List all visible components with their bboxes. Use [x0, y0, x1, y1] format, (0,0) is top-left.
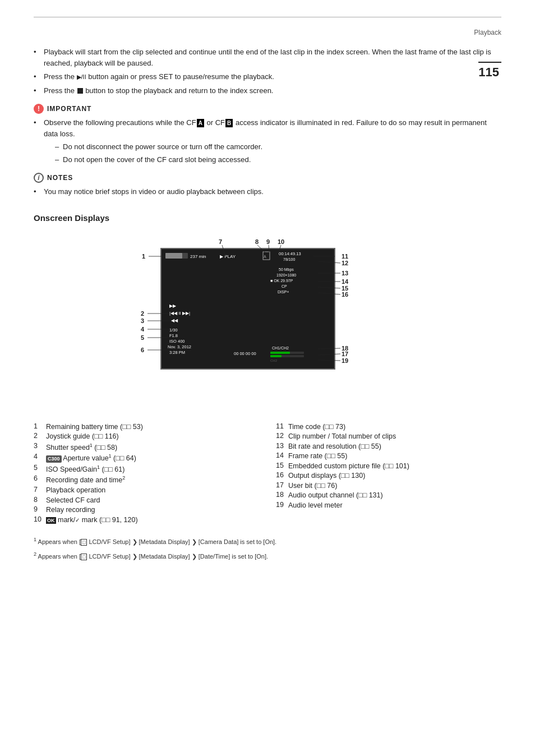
item-12: 12 Clip number / Total number of clips: [276, 432, 501, 442]
notes-box: i NOTES You may notice brief stops in vi…: [34, 173, 501, 197]
important-sub-bullets: Do not disconnect the power source or tu…: [44, 141, 501, 165]
important-bullets: Observe the following precautions while …: [34, 117, 501, 165]
footnote-1: 1 Appears when [□ LCD/VF Setup] ❯ [Metad…: [34, 536, 501, 546]
c300-badge: C300: [46, 455, 62, 463]
items-col-right: 11 Time code (□□ 73) 12 Clip number / To…: [276, 422, 501, 525]
svg-text:10: 10: [278, 238, 284, 245]
important-title: IMPORTANT: [47, 105, 91, 113]
svg-text:1920×1080: 1920×1080: [276, 273, 296, 277]
notes-header: i NOTES: [34, 173, 501, 183]
svg-text:00 00 00 00: 00 00 00 00: [234, 351, 256, 356]
item-1: 1 Remaining battery time (□□ 53): [34, 422, 259, 432]
svg-text:ISO 400: ISO 400: [169, 339, 185, 344]
svg-text:▶▶: ▶▶: [169, 303, 177, 308]
svg-text:1/30: 1/30: [169, 328, 178, 333]
top-rule: [34, 17, 501, 17]
svg-text:CH1/CH2: CH1/CH2: [272, 346, 289, 350]
svg-text:4: 4: [141, 326, 145, 333]
section-text: Playback: [474, 29, 501, 36]
svg-text:9: 9: [266, 238, 270, 245]
svg-text:▶ PLAY: ▶ PLAY: [220, 254, 236, 259]
svg-text:6: 6: [141, 347, 144, 353]
items-grid: 1 Remaining battery time (□□ 53) 2 Joyst…: [34, 422, 501, 525]
svg-rect-25: [270, 352, 290, 354]
item-14: 14 Frame rate (□□ 55): [276, 451, 501, 462]
page: Playback 115 Playback will start from th…: [0, 0, 535, 756]
svg-text:7: 7: [219, 238, 222, 245]
notes-icon: i: [34, 173, 44, 183]
item-15: 15 Embedded custom picture file (□□ 101): [276, 462, 501, 472]
svg-rect-2: [165, 253, 182, 259]
item-4: 4 C300 Aperture value1 (□□ 64): [34, 453, 259, 464]
svg-text:237 min: 237 min: [190, 254, 206, 259]
item-9: 9 Relay recording: [34, 505, 259, 515]
svg-text:14: 14: [342, 278, 349, 285]
section-label: Playback: [34, 29, 501, 36]
notes-item-1: You may notice brief stops in video or a…: [34, 186, 501, 197]
svg-text:1: 1: [142, 253, 145, 260]
svg-text:19: 19: [342, 357, 348, 364]
important-item-1: Observe the following precautions while …: [34, 117, 501, 165]
cf-b-box: B: [225, 119, 233, 127]
svg-text:16: 16: [342, 291, 348, 298]
item-18: 18 Audio output channel (□□ 131): [276, 491, 501, 501]
notes-title: NOTES: [47, 174, 73, 182]
svg-text:■ OK  29.97P: ■ OK 29.97P: [270, 279, 293, 283]
item-3: 3 Shutter speed1 (□□ 58): [34, 442, 259, 453]
item-8: 8 Selected CF card: [34, 496, 259, 506]
svg-text:3:28 PM: 3:28 PM: [169, 350, 185, 355]
svg-text:CH2: CH2: [270, 359, 278, 362]
svg-text:3: 3: [141, 317, 144, 324]
important-box: ! IMPORTANT Observe the following precau…: [34, 104, 501, 165]
footnote-2: 2 Appears when [□ LCD/VF Setup] ❯ [Metad…: [34, 551, 501, 561]
item-7: 7 Playback operation: [34, 486, 259, 496]
svg-text:DISP+: DISP+: [278, 290, 289, 294]
svg-text:CP: CP: [282, 284, 287, 288]
items-col-left: 1 Remaining battery time (□□ 53) 2 Joyst…: [34, 422, 259, 525]
item-10: 10 OK mark/✓ mark (□□ 91, 120): [34, 515, 259, 525]
svg-text:78/100: 78/100: [283, 257, 296, 261]
svg-text:8: 8: [255, 238, 259, 245]
important-icon: !: [34, 104, 44, 114]
bullet-1: Playback will start from the clip select…: [34, 47, 501, 68]
svg-rect-27: [270, 355, 282, 357]
item-16: 16 Output displays (□□ 130): [276, 471, 501, 481]
stop-icon: [77, 88, 83, 94]
important-header: ! IMPORTANT: [34, 104, 501, 114]
svg-text:00:14:49.13: 00:14:49.13: [279, 251, 301, 256]
svg-text:12: 12: [342, 260, 348, 266]
svg-text:5: 5: [141, 334, 144, 341]
play-icon: ▶/II: [77, 72, 86, 82]
cf-a-box: A: [197, 119, 204, 127]
item-11: 11 Time code (□□ 73): [276, 422, 501, 432]
notes-bullets: You may notice brief stops in video or a…: [34, 186, 501, 197]
item-2: 2 Joystick guide (□□ 116): [34, 432, 259, 442]
ok-badge: OK: [46, 517, 56, 524]
item-13: 13 Bit rate and resolution (□□ 55): [276, 442, 501, 452]
svg-text:2: 2: [141, 310, 144, 317]
svg-text:Nov. 3, 2012: Nov. 3, 2012: [168, 344, 191, 349]
svg-text:F1.8: F1.8: [169, 333, 178, 338]
item-19: 19 Audio level meter: [276, 501, 501, 511]
important-sub-2: Do not open the cover of the CF card slo…: [55, 154, 501, 165]
item-6: 6 Recording date and time2: [34, 474, 259, 486]
svg-text:11: 11: [342, 253, 348, 260]
bullet-3: Press the button to stop the playback an…: [34, 85, 501, 96]
item-5: 5 ISO Speed/Gain1 (□□ 61): [34, 464, 259, 475]
svg-text:A: A: [264, 255, 266, 259]
svg-text:50 Mbps: 50 Mbps: [279, 268, 294, 272]
item-17: 17 User bit (□□ 76): [276, 481, 501, 491]
important-sub-1: Do not disconnect the power source or tu…: [55, 141, 501, 153]
bullet-2: Press the ▶/II button again or press SET…: [34, 71, 501, 82]
section-title: Onscreen Displays: [34, 213, 501, 223]
svg-text:|◀◀ II ▶▶|: |◀◀ II ▶▶|: [169, 311, 190, 316]
svg-text:18: 18: [342, 345, 348, 352]
svg-text:13: 13: [342, 270, 348, 276]
svg-text:◀◀: ◀◀: [171, 318, 178, 323]
diagram-container: 237 min ▶ PLAY A 00:14:49.13 78/100 50 M…: [34, 232, 501, 405]
intro-bullets: Playback will start from the clip select…: [34, 47, 501, 96]
diagram-svg: 237 min ▶ PLAY A 00:14:49.13 78/100 50 M…: [105, 232, 430, 405]
